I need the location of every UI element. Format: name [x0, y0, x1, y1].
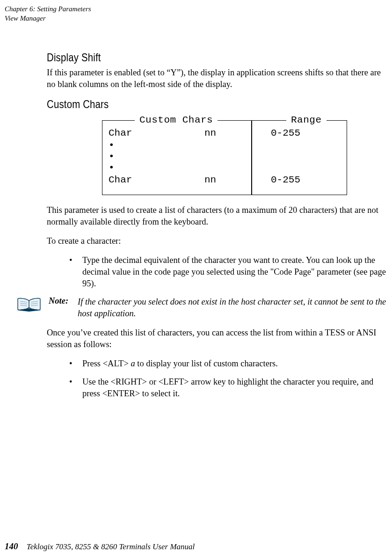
diagram-row: Char nn 0-255 — [109, 175, 341, 185]
para-custom-chars-2: To create a character: — [47, 235, 391, 247]
list-item-text: Press <ALT> a to display your list of cu… — [82, 358, 278, 370]
list-1: • Type the decimal equivalent of the cha… — [47, 255, 391, 290]
list-item: • Type the decimal equivalent of the cha… — [69, 255, 391, 290]
diagram-cell: nn — [204, 175, 251, 185]
list-item: • Use the <RIGHT> or <LEFT> arrow key to… — [69, 376, 391, 400]
running-header-section: View Manager — [5, 14, 392, 23]
custom-chars-diagram: Custom Chars Range Char nn 0-255 • • • C… — [102, 115, 347, 196]
note-text: If the character you select does not exi… — [78, 296, 391, 320]
text-italic: a — [131, 359, 135, 368]
para-display-shift: If this parameter is enabled (set to “Y”… — [47, 67, 391, 90]
running-header-chapter: Chapter 6: Setting Parameters — [5, 5, 392, 14]
page-content: Display Shift If this parameter is enabl… — [0, 23, 392, 400]
para-custom-chars-3: Once you’ve created this list of charact… — [47, 327, 391, 350]
diagram-cell: Char — [109, 128, 204, 138]
list-item: • Press <ALT> a to display your list of … — [69, 358, 391, 370]
diagram-cell: nn — [204, 128, 251, 138]
diagram-dot: • — [109, 151, 115, 162]
note-label: Note: — [49, 296, 78, 306]
text-fragment: to display your list of custom character… — [135, 359, 278, 368]
diagram-dot: • — [109, 162, 115, 173]
heading-custom-chars: Custom Chars — [47, 98, 340, 111]
page-number: 140 — [5, 541, 18, 551]
diagram-cell: 0-255 — [251, 128, 335, 138]
footer-title: Teklogix 7035, 8255 & 8260 Terminals Use… — [27, 542, 195, 551]
diagram-cell: Char — [109, 175, 204, 185]
book-icon — [16, 296, 42, 313]
page-footer: 140 Teklogix 7035, 8255 & 8260 Terminals… — [5, 541, 195, 552]
diagram-dot: • — [109, 140, 115, 151]
note-block: Note: If the character you select does n… — [16, 296, 391, 320]
bullet-icon: • — [69, 376, 82, 400]
diagram-label-left: Custom Chars — [135, 115, 218, 125]
diagram-cell: 0-255 — [251, 175, 335, 185]
heading-display-shift: Display Shift — [47, 51, 340, 64]
list-item-text: Use the <RIGHT> or <LEFT> arrow key to h… — [82, 376, 391, 400]
bullet-icon: • — [69, 255, 82, 290]
list-item-text: Type the decimal equivalent of the chara… — [82, 255, 391, 290]
list-2: • Press <ALT> a to display your list of … — [47, 358, 391, 400]
text-fragment: Press <ALT> — [82, 359, 131, 368]
running-header: Chapter 6: Setting Parameters View Manag… — [0, 5, 392, 23]
para-custom-chars-1: This parameter is used to create a list … — [47, 204, 391, 228]
diagram-row: Char nn 0-255 — [109, 128, 341, 138]
bullet-icon: • — [69, 358, 82, 370]
diagram-label-right: Range — [286, 115, 327, 125]
